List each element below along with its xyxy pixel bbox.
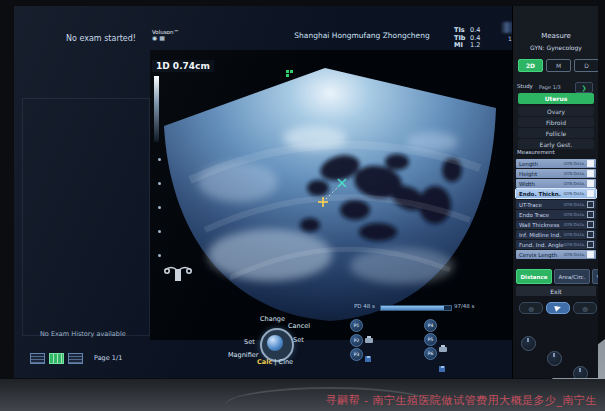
orientation-marker-icon	[286, 70, 295, 76]
voluson-logo: Voluson™ ◉▦	[152, 29, 179, 41]
printer-icon	[439, 347, 447, 352]
ultrasound-fan	[150, 50, 516, 340]
rotary-knob-icon[interactable]	[547, 351, 562, 366]
touch-panel: Measure GYN: Gynecology 2D M D Study Pag…	[512, 6, 598, 378]
measure-row-cervix-length[interactable]: Cervix Length GYN Dista.	[516, 250, 596, 259]
rotary-left-icon[interactable]: ◎	[519, 302, 543, 314]
ultrasound-screen: No exam started! No Exam History availab…	[14, 6, 598, 378]
pkey-p1-button[interactable]: P1	[350, 319, 363, 332]
row-tag: GYN Dista.	[564, 181, 585, 186]
row-label: Length	[516, 161, 564, 167]
voluson-logo-icons: ◉▦	[152, 35, 179, 41]
trackball-right-label: Set	[293, 336, 304, 344]
mi-value: 1.2	[470, 41, 480, 49]
measure-row-endo-thickness[interactable]: Endo. Thickn. GYN Dista.	[516, 189, 596, 198]
measure-row-width[interactable]: Width GYN Dista.	[516, 179, 596, 188]
row-label: Endo Trace	[516, 212, 564, 218]
measure-row-wall-thickness[interactable]: Wall Thickness GYN Dista.	[516, 220, 596, 229]
checkbox-icon[interactable]	[587, 251, 594, 258]
checkbox-icon[interactable]	[587, 211, 594, 218]
study-item-early-gest[interactable]: Early Gest.	[518, 139, 594, 149]
printer-icon	[365, 338, 373, 343]
trackball-bottom-label: Calc | Cine	[257, 358, 293, 366]
row-label: Fund. Ind. Angle	[516, 242, 564, 248]
quad-layout-icon[interactable]	[68, 353, 83, 364]
measure-row-inf-midline[interactable]: Inf. Midline Ind. GYN Dista.	[516, 230, 596, 239]
depth-marker	[158, 158, 161, 161]
pkey-p5-button[interactable]: P5	[424, 333, 437, 346]
pkey-p6-button[interactable]: P6	[424, 347, 437, 360]
row-tag: GYN Dista.	[564, 161, 585, 166]
layout-switcher	[30, 353, 83, 364]
cine-progress-bar[interactable]	[380, 305, 452, 311]
row-tag: GYN Dista.	[564, 212, 585, 217]
row-label: Inf. Midline Ind.	[516, 232, 564, 238]
exit-button[interactable]: Exit	[516, 286, 596, 296]
depth-marker	[158, 182, 161, 185]
measure-row-height[interactable]: Height GYN Dista.	[516, 169, 596, 178]
depth-marker	[158, 206, 161, 209]
checkbox-icon[interactable]	[587, 160, 594, 167]
trackball-left-label: Set	[244, 338, 255, 346]
pkey-p2-button[interactable]: P2	[350, 334, 363, 347]
cine-right-value: 97/48 s	[454, 303, 474, 309]
calc-label: Calc	[257, 358, 272, 366]
measure-row-fund-angle[interactable]: Fund. Ind. Angle GYN Dista.	[516, 240, 596, 249]
rotary-right-icon[interactable]: ◎	[573, 302, 597, 314]
trackball-top-label: Change	[260, 315, 285, 323]
no-history-status: No Exam History available	[40, 330, 126, 338]
measure-row-endo-trace[interactable]: Endo Trace GYN Dista.	[516, 210, 596, 219]
checkbox-icon[interactable]	[587, 170, 594, 177]
cursor-pointer-button[interactable]	[546, 302, 570, 314]
page-indicator: Page 1/1	[94, 354, 122, 362]
checkbox-icon[interactable]	[587, 241, 594, 248]
row-label: Endo. Thickn.	[516, 191, 564, 197]
distance-button[interactable]: Distance	[516, 269, 552, 284]
tab-m[interactable]: M	[546, 59, 571, 72]
pointer-mode-row: ◎ ◎	[519, 302, 597, 314]
area-circ-button[interactable]: Area/Circ.	[554, 269, 590, 284]
checkbox-icon[interactable]	[587, 231, 594, 238]
tab-2d[interactable]: 2D	[518, 59, 543, 72]
measurement-section-title: Measurement	[517, 149, 555, 155]
checkbox-icon[interactable]	[587, 221, 594, 228]
caliper-readout: 1D 0.74cm	[152, 60, 214, 72]
trackball-topright-label: Cancel	[288, 322, 310, 330]
save-disk-icon	[365, 356, 371, 362]
ultrasound-image-area: 1D 0.74cm	[150, 50, 516, 340]
grayscale-bar	[154, 76, 159, 142]
depth-marker	[158, 230, 161, 233]
checkbox-icon[interactable]	[587, 190, 594, 197]
checkbox-icon[interactable]	[587, 180, 594, 187]
row-tag: GYN Dista.	[564, 191, 585, 196]
study-item-uterus[interactable]: Uterus	[518, 93, 594, 104]
tab-d[interactable]: D	[574, 59, 598, 72]
study-item-ovary[interactable]: Ovary	[518, 106, 594, 116]
measure-row-length[interactable]: Length GYN Dista.	[516, 159, 596, 168]
measure-row-ut-trace[interactable]: UT-Trace GYN Dista.	[516, 200, 596, 209]
study-page-indicator: Page 1/3	[539, 84, 561, 90]
pkey-p3-button[interactable]: P3	[350, 348, 363, 361]
row-label: Wall Thickness	[516, 222, 564, 228]
volume-button[interactable]: Volume	[592, 269, 598, 284]
rotary-knob-icon[interactable]	[573, 366, 588, 378]
pkey-p4-button[interactable]: P4	[424, 319, 437, 332]
study-item-follicle[interactable]: Follicle	[518, 128, 594, 138]
row-label: Height	[516, 171, 564, 177]
cursor-arrow-icon	[554, 304, 562, 312]
row-tag: GYN Dista.	[564, 252, 585, 257]
row-tag: GYN Dista.	[564, 171, 585, 176]
row-label: Cervix Length	[516, 252, 564, 258]
cine-left-value: PD 48 s	[354, 303, 375, 309]
checkbox-icon[interactable]	[587, 201, 594, 208]
trackball-ball-icon	[267, 335, 283, 351]
no-exam-status: No exam started!	[66, 34, 136, 43]
cine-label: Cine	[279, 358, 293, 366]
dual-layout-icon[interactable]	[49, 353, 64, 364]
single-layout-icon[interactable]	[30, 353, 45, 364]
study-next-page-button[interactable]: ❯	[575, 82, 593, 93]
study-item-fibroid[interactable]: Fibroid	[518, 117, 594, 127]
body-marker-icon	[162, 262, 194, 288]
cine-progress-fill	[381, 306, 444, 310]
rotary-knob-icon[interactable]	[521, 336, 536, 351]
